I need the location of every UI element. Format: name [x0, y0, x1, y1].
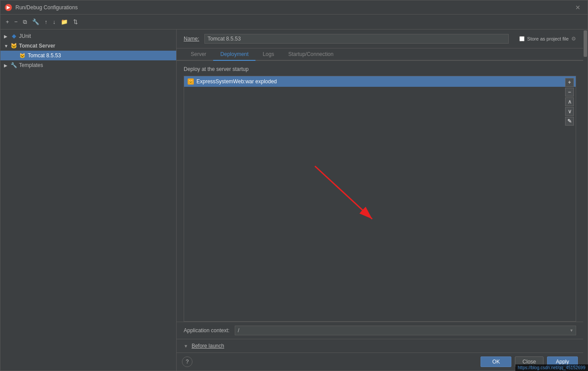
deploy-section-label: Deploy at the server startup — [184, 66, 576, 72]
app-context-label: Application context: — [184, 327, 229, 334]
scroll-thumb[interactable] — [584, 30, 587, 57]
tab-deployment[interactable]: Deployment — [213, 48, 255, 61]
scrollbar-vertical[interactable] — [583, 30, 588, 371]
sidebar-item-tomcat-instance[interactable]: ▶ 🐱 Tomcat 8.5.53 — [0, 51, 176, 60]
sidebar-item-tomcat-server[interactable]: ▼ 🐱 Tomcat Server — [0, 41, 176, 51]
deploy-item[interactable]: 🐱 ExpressSystemWeb:war exploded — [184, 76, 576, 87]
main-window: ▶ Run/Debug Configurations ✕ + − ⧉ 🔧 ↑ ↓… — [0, 0, 588, 371]
tab-logs[interactable]: Logs — [255, 48, 281, 61]
templates-chevron: ▶ — [4, 63, 8, 68]
store-as-project-label: Store as project file — [527, 36, 569, 41]
move-down-button[interactable]: ↓ — [51, 18, 58, 26]
sidebar-item-junit[interactable]: ▶ ◆ JUnit — [0, 31, 176, 41]
deployment-tab-content: Deploy at the server startup 🐱 ExpressSy… — [177, 61, 583, 352]
tomcat-instance-icon: 🐱 — [19, 52, 26, 59]
tomcat-server-label: Tomcat Server — [19, 43, 55, 49]
deploy-list-area: 🐱 ExpressSystemWeb:war exploded + − ∧ ∨ … — [184, 76, 576, 322]
tabs-row: Server Deployment Logs Startup/Connectio… — [177, 48, 583, 61]
main-content: ▶ ◆ JUnit ▼ 🐱 Tomcat Server ▶ 🐱 — [0, 30, 588, 371]
settings-button[interactable]: 🔧 — [30, 18, 41, 26]
before-launch-row: ▼ Before launch — [177, 339, 583, 352]
deploy-section: Deploy at the server startup 🐱 ExpressSy… — [177, 61, 583, 322]
store-settings-icon[interactable]: ⚙ — [571, 36, 576, 42]
name-label: Name: — [184, 36, 199, 42]
deploy-item-label: ExpressSystemWeb:war exploded — [196, 78, 277, 85]
sidebar: ▶ ◆ JUnit ▼ 🐱 Tomcat Server ▶ 🐱 — [0, 30, 177, 371]
deploy-add-button[interactable]: + — [565, 78, 574, 87]
junit-label: JUnit — [19, 33, 31, 39]
name-input[interactable] — [204, 34, 509, 44]
window-title: Run/Debug Configurations — [15, 4, 78, 11]
app-context-row: Application context: / /app /web — [177, 322, 583, 339]
ok-button[interactable]: OK — [481, 356, 511, 367]
tomcat-server-icon: 🐱 — [10, 42, 17, 49]
add-configuration-button[interactable]: + — [4, 18, 11, 26]
tomcat-server-chevron: ▼ — [4, 44, 8, 48]
title-bar-left: ▶ Run/Debug Configurations — [5, 4, 78, 11]
store-row: Store as project file ⚙ — [519, 36, 576, 42]
before-launch-chevron: ▼ — [184, 344, 188, 349]
svg-line-1 — [315, 166, 372, 219]
watermark: https://blog.csdn.net/qq_45152699 — [515, 364, 588, 371]
toolbar: + − ⧉ 🔧 ↑ ↓ 📁 ⇅ — [0, 15, 588, 30]
junit-icon: ◆ — [10, 33, 17, 40]
app-icon: ▶ — [5, 4, 12, 11]
sort-button[interactable]: ⇅ — [71, 18, 80, 26]
red-arrow-svg — [302, 157, 390, 228]
right-panel: Name: Store as project file ⚙ Server Dep… — [177, 30, 583, 371]
remove-configuration-button[interactable]: − — [13, 18, 20, 26]
store-as-project-checkbox[interactable] — [519, 36, 525, 41]
before-launch-label[interactable]: Before launch — [192, 343, 224, 349]
app-context-select-wrapper: / /app /web — [235, 326, 576, 335]
help-button[interactable]: ? — [182, 356, 192, 367]
close-button[interactable]: ✕ — [573, 3, 583, 12]
templates-icon: 🔧 — [10, 62, 17, 69]
deploy-item-icon: 🐱 — [188, 78, 194, 85]
arrow-annotation — [184, 87, 576, 321]
folder-button[interactable]: 📁 — [59, 18, 70, 26]
copy-configuration-button[interactable]: ⧉ — [21, 18, 29, 26]
name-row: Name: Store as project file ⚙ — [177, 30, 583, 48]
app-context-select[interactable]: / /app /web — [235, 326, 576, 335]
tab-startup-connection[interactable]: Startup/Connection — [281, 48, 340, 61]
title-bar: ▶ Run/Debug Configurations ✕ — [0, 0, 588, 15]
templates-label: Templates — [19, 62, 43, 68]
tab-server[interactable]: Server — [184, 48, 213, 61]
junit-chevron: ▶ — [4, 34, 8, 39]
move-up-button[interactable]: ↑ — [43, 18, 49, 26]
sidebar-item-templates[interactable]: ▶ 🔧 Templates — [0, 60, 176, 70]
right-panel-container: Name: Store as project file ⚙ Server Dep… — [177, 30, 588, 371]
tomcat-instance-label: Tomcat 8.5.53 — [28, 52, 61, 59]
